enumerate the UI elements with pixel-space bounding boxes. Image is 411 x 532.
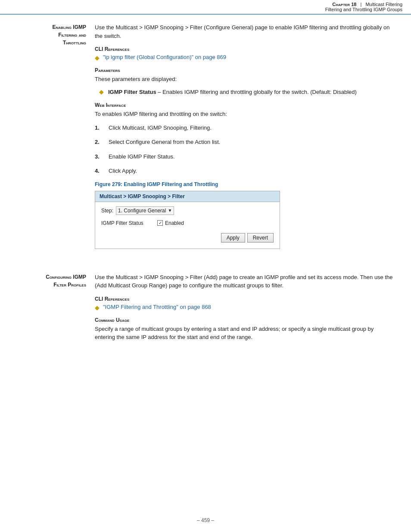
param1-text: IGMP Filter Status – Enables IGMP filter…	[108, 88, 357, 96]
header-line2: Filtering and Throttling IGMP Groups	[325, 7, 402, 12]
step-2: 2. Select Configure General from the Act…	[95, 138, 394, 146]
cli-link[interactable]: "ip igmp filter (Global Configuration)" …	[103, 54, 226, 60]
section1-left: Enabling IGMP Filtering and Throttling	[17, 23, 95, 258]
section2-cli-link-item: ◆ "IGMP Filtering and Throttling" on pag…	[95, 304, 394, 311]
page-number: – 459 –	[197, 517, 214, 523]
section1-title: Enabling IGMP Filtering and Throttling	[17, 23, 86, 47]
ui-filter-label: IGMP Filter Status	[101, 220, 157, 226]
step2-text: Select Configure General from the Action…	[109, 138, 220, 146]
web-interface-header: Web Interface	[95, 102, 394, 108]
cli-link-item: ◆ "ip igmp filter (Global Configuration)…	[95, 54, 394, 61]
command-usage-text: Specify a range of multicast groups by e…	[95, 325, 394, 342]
page-content: Enabling IGMP Filtering and Throttling U…	[0, 15, 411, 379]
section2-cli-link[interactable]: "IGMP Filtering and Throttling" on page …	[103, 304, 211, 310]
web-intro: To enables IGMP filtering and throttling…	[95, 110, 394, 118]
section2-cli-diamond-icon: ◆	[95, 304, 100, 311]
ui-buttons-row: Apply Revert	[101, 233, 274, 243]
section2-intro: Use the Multicast > IGMP Snooping > Filt…	[95, 273, 394, 290]
page-footer: – 459 –	[0, 517, 411, 523]
ui-step-value: 1. Configure General	[118, 208, 166, 214]
cli-references-header: CLI References	[95, 46, 394, 52]
steps-list: 1. Click Multicast, IGMP Snooping, Filte…	[95, 124, 394, 175]
apply-button[interactable]: Apply	[221, 233, 245, 243]
section2-title: Configuring IGMP Filter Profiles	[17, 273, 86, 289]
ui-mockup-header: Multicast > IGMP Snooping > Filter	[95, 191, 280, 202]
section2-left: Configuring IGMP Filter Profiles	[17, 273, 95, 346]
params-intro: These parameters are displayed:	[95, 75, 394, 84]
step1-text: Click Multicast, IGMP Snooping, Filterin…	[109, 124, 212, 132]
section1-title-line3: Throttling	[17, 39, 86, 47]
header-separator: |	[361, 2, 362, 7]
step4-num: 4.	[95, 167, 105, 175]
ui-filter-checkbox[interactable]: ✓	[157, 220, 163, 226]
ui-filter-control: ✓ Enabled	[157, 220, 184, 226]
step4-text: Click Apply.	[109, 167, 137, 175]
section1-right: Use the Multicast > IGMP Snooping > Filt…	[95, 23, 394, 258]
param1-diamond-icon: ◆	[99, 88, 104, 95]
ui-step-row: Step: 1. Configure General ▼	[101, 206, 274, 215]
checkbox-check-icon: ✓	[159, 221, 162, 225]
param1-bullet: ◆ IGMP Filter Status – Enables IGMP filt…	[99, 88, 394, 96]
param1-bold: IGMP Filter Status	[108, 89, 156, 95]
section1-title-line1: Enabling IGMP	[17, 23, 86, 31]
chapter-label-text: Chapter 18	[332, 2, 356, 7]
step3-text: Enable IGMP Filter Status.	[109, 152, 175, 161]
ui-mockup-figure279: Multicast > IGMP Snooping > Filter Step:…	[95, 191, 280, 249]
chapter-label: Chapter 18 | Multicast Filtering	[332, 2, 402, 7]
command-usage-header: Command Usage	[95, 317, 394, 323]
parameters-header: Parameters	[95, 67, 394, 73]
figure279-caption: Figure 279: Enabling IGMP Filtering and …	[95, 181, 394, 187]
section-configuring-igmp: Configuring IGMP Filter Profiles Use the…	[17, 273, 394, 346]
step3-num: 3.	[95, 152, 105, 161]
section2-cli-header: CLI References	[95, 296, 394, 302]
step-4: 4. Click Apply.	[95, 167, 394, 175]
section-enabling-igmp: Enabling IGMP Filtering and Throttling U…	[17, 23, 394, 258]
step2-num: 2.	[95, 138, 105, 146]
section2-title-line1: Configuring IGMP	[17, 273, 86, 281]
section1-intro: Use the Multicast > IGMP Snooping > Filt…	[95, 23, 394, 40]
ui-enabled-label: Enabled	[165, 220, 184, 226]
step1-num: 1.	[95, 124, 105, 132]
section2-right: Use the Multicast > IGMP Snooping > Filt…	[95, 273, 394, 346]
step-3: 3. Enable IGMP Filter Status.	[95, 152, 394, 161]
ui-step-select[interactable]: 1. Configure General ▼	[116, 206, 174, 215]
page-header: Chapter 18 | Multicast Filtering Filteri…	[0, 0, 411, 15]
header-line1: Multicast Filtering	[365, 2, 402, 7]
step-1: 1. Click Multicast, IGMP Snooping, Filte…	[95, 124, 394, 132]
ui-filter-row: IGMP Filter Status ✓ Enabled	[101, 220, 274, 226]
param1-rest: – Enables IGMP filtering and throttling …	[156, 89, 357, 95]
section1-title-line2: Filtering and	[17, 31, 86, 39]
ui-mockup-body: Step: 1. Configure General ▼ IGMP Filter…	[95, 202, 280, 249]
section2-title-line2: Filter Profiles	[17, 281, 86, 289]
dropdown-arrow-icon: ▼	[168, 208, 172, 213]
ui-step-label: Step:	[101, 208, 113, 214]
revert-button[interactable]: Revert	[247, 233, 274, 243]
cli-diamond-icon: ◆	[95, 54, 100, 61]
